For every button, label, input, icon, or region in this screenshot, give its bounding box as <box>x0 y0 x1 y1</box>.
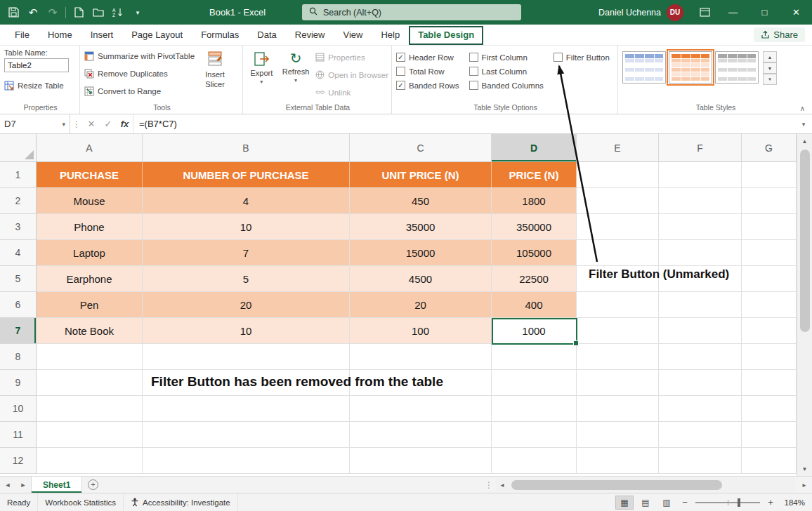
resize-table-button[interactable]: Resize Table <box>4 78 77 93</box>
horizontal-scroll-thumb[interactable] <box>511 480 722 490</box>
remove-duplicates-button[interactable]: Remove Duplicates <box>84 66 195 81</box>
cell-E1[interactable] <box>577 162 659 188</box>
insert-slicer-button[interactable]: Insert Slicer <box>199 48 231 98</box>
close-button[interactable]: ✕ <box>780 0 812 25</box>
cell-A11[interactable] <box>37 422 143 448</box>
cell-D11[interactable] <box>492 422 577 448</box>
cell-A3[interactable]: Phone <box>37 214 143 240</box>
vertical-scrollbar[interactable]: ▲ ▼ <box>797 134 812 476</box>
cell-C10[interactable] <box>350 396 492 422</box>
cell-D9[interactable] <box>492 370 577 396</box>
vertical-scroll-thumb[interactable] <box>800 150 810 332</box>
cell-A1[interactable]: PURCHASE <box>37 162 143 188</box>
cell-C11[interactable] <box>350 422 492 448</box>
checkbox-total-row[interactable]: Total Row <box>396 67 459 76</box>
name-box[interactable]: D7 ▾ <box>0 114 70 133</box>
zoom-out-button[interactable]: − <box>679 497 691 507</box>
cell-G6[interactable] <box>742 292 797 318</box>
cell-C7[interactable]: 100 <box>350 318 492 344</box>
cell-C4[interactable]: 15000 <box>350 240 492 266</box>
cell-A10[interactable] <box>37 396 143 422</box>
row-header-10[interactable]: 10 <box>0 396 37 422</box>
tab-table-design[interactable]: Table Design <box>409 26 483 45</box>
cell-D10[interactable] <box>492 396 577 422</box>
new-file-icon[interactable] <box>70 3 88 22</box>
redo-icon[interactable]: ↷ <box>44 3 62 22</box>
cell-D5[interactable]: 22500 <box>492 266 577 292</box>
row-header-8[interactable]: 8 <box>0 344 37 370</box>
cell-B12[interactable] <box>143 448 350 474</box>
cell-E10[interactable] <box>577 396 659 422</box>
cell-G4[interactable] <box>742 240 797 266</box>
cell-D7[interactable]: 1000 <box>492 318 577 344</box>
zoom-slider-thumb[interactable] <box>738 498 740 507</box>
cell-D4[interactable]: 105000 <box>492 240 577 266</box>
column-header-A[interactable]: A <box>37 134 143 162</box>
cell-C6[interactable]: 20 <box>350 292 492 318</box>
cell-E3[interactable] <box>577 214 659 240</box>
cell-B3[interactable]: 10 <box>143 214 350 240</box>
cell-C3[interactable]: 35000 <box>350 214 492 240</box>
tabstrip-splitter[interactable]: ⋮ <box>485 477 493 493</box>
column-header-G[interactable]: G <box>742 134 797 162</box>
cell-G10[interactable] <box>742 396 797 422</box>
properties-button[interactable]: Properties <box>315 50 388 65</box>
cell-F3[interactable] <box>659 214 742 240</box>
cell-A8[interactable] <box>37 344 143 370</box>
avatar[interactable]: DU <box>667 4 683 21</box>
cancel-icon[interactable]: ✕ <box>83 114 100 133</box>
cell-E8[interactable] <box>577 344 659 370</box>
cell-D8[interactable] <box>492 344 577 370</box>
styles-scroll-down-icon[interactable]: ▼ <box>763 62 777 74</box>
tab-insert[interactable]: Insert <box>81 26 123 45</box>
ribbon-display-options-icon[interactable] <box>692 0 717 25</box>
cell-C12[interactable] <box>350 448 492 474</box>
cell-B8[interactable] <box>143 344 350 370</box>
insert-function-icon[interactable]: fx <box>117 114 133 133</box>
cell-F11[interactable] <box>659 422 742 448</box>
export-button[interactable]: Export ▾ <box>247 48 276 100</box>
cell-A4[interactable]: Laptop <box>37 240 143 266</box>
accessibility-button[interactable]: Accessibility: Investigate <box>124 493 238 511</box>
cell-E4[interactable] <box>577 240 659 266</box>
checkbox-banded-columns[interactable]: Banded Columns <box>469 81 544 90</box>
cell-C8[interactable] <box>350 344 492 370</box>
tab-view[interactable]: View <box>334 26 372 45</box>
cell-E12[interactable] <box>577 448 659 474</box>
cell-C5[interactable]: 4500 <box>350 266 492 292</box>
cell-E11[interactable] <box>577 422 659 448</box>
row-header-9[interactable]: 9 <box>0 370 37 396</box>
cell-D1[interactable]: PRICE (N) <box>492 162 577 188</box>
scroll-down-icon[interactable]: ▼ <box>797 462 812 476</box>
refresh-button[interactable]: ↻ Refresh ▾ <box>280 48 312 100</box>
styles-scroll-up-icon[interactable]: ▲ <box>763 51 777 62</box>
summarize-with-pivottable-button[interactable]: Summarize with PivotTable <box>84 48 195 63</box>
tab-page-layout[interactable]: Page Layout <box>122 26 192 45</box>
cell-B5[interactable]: 5 <box>143 266 350 292</box>
table-style-thumbnail-gray[interactable] <box>715 51 759 84</box>
cell-A2[interactable]: Mouse <box>37 188 143 214</box>
zoom-in-button[interactable]: + <box>764 497 777 507</box>
column-header-E[interactable]: E <box>577 134 659 162</box>
zoom-level[interactable]: 184% <box>780 498 808 507</box>
tab-formulas[interactable]: Formulas <box>192 26 248 45</box>
workbook-statistics-button[interactable]: Workbook Statistics <box>38 493 124 511</box>
collapse-ribbon-icon[interactable]: ∧ <box>800 105 805 112</box>
tab-file[interactable]: File <box>6 26 39 45</box>
cell-B7[interactable]: 10 <box>143 318 350 344</box>
cell-F7[interactable] <box>659 318 742 344</box>
cell-E6[interactable] <box>577 292 659 318</box>
expand-formula-bar-icon[interactable]: ▾ <box>795 114 812 133</box>
cell-G8[interactable] <box>742 344 797 370</box>
cell-G12[interactable] <box>742 448 797 474</box>
sheet-nav-right-icon[interactable]: ► <box>15 477 31 493</box>
checkbox-banded-rows[interactable]: Banded Rows <box>396 81 459 90</box>
cell-D6[interactable]: 400 <box>492 292 577 318</box>
column-header-C[interactable]: C <box>350 134 492 162</box>
column-header-B[interactable]: B <box>143 134 350 162</box>
cell-A12[interactable] <box>37 448 143 474</box>
open-folder-icon[interactable] <box>89 3 107 22</box>
cell-F10[interactable] <box>659 396 742 422</box>
qat-customize-icon[interactable]: ▾ <box>129 3 147 22</box>
cell-A5[interactable]: Earphone <box>37 266 143 292</box>
